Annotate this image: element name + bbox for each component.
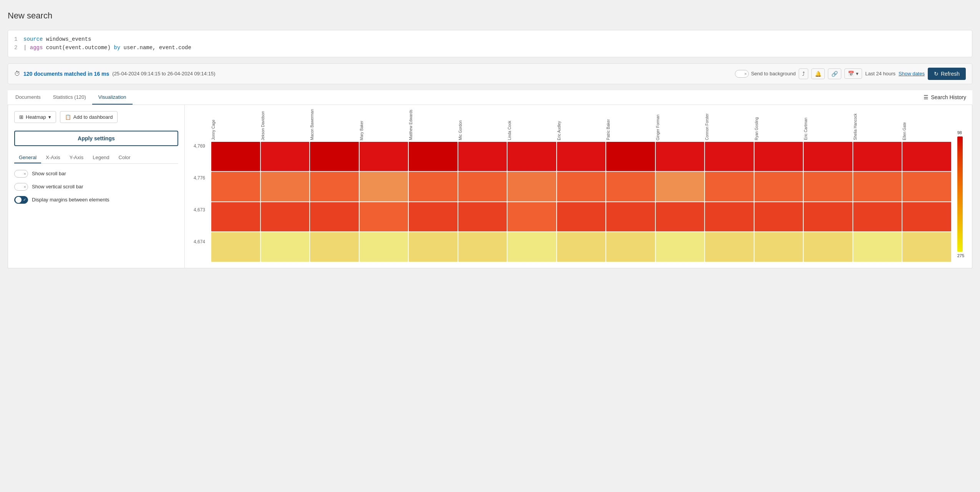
- heatmap-cell[interactable]: [261, 172, 310, 201]
- heatmap-cell[interactable]: [902, 202, 951, 232]
- scroll-bar-setting: Show scroll bar: [14, 170, 178, 178]
- scroll-bar-toggle[interactable]: [14, 170, 28, 178]
- settings-tab-color[interactable]: Color: [114, 152, 135, 163]
- heatmap-cell[interactable]: [360, 172, 408, 201]
- search-history-label: Search History: [931, 94, 966, 100]
- refresh-button[interactable]: ↻ Refresh: [928, 68, 966, 80]
- heatmap-cell[interactable]: [458, 172, 507, 201]
- heatmap-cell[interactable]: [902, 172, 951, 201]
- settings-tab-xaxis[interactable]: X-Axis: [41, 152, 65, 163]
- heatmap-cell[interactable]: [754, 232, 803, 262]
- heatmap-cell[interactable]: [409, 172, 458, 201]
- editor-content-2: | aggs count(event.outcome) by user.name…: [23, 43, 191, 52]
- sidebar: ⊞ Heatmap ▾ 📋 Add to dashboard Apply set…: [8, 105, 185, 268]
- heatmap-cell[interactable]: [705, 172, 754, 201]
- heatmap-cell[interactable]: [458, 142, 507, 171]
- heatmap-cell[interactable]: [557, 172, 606, 201]
- heatmap-cell[interactable]: [409, 202, 458, 232]
- heatmap-cell[interactable]: [754, 172, 803, 201]
- display-margins-toggle[interactable]: [14, 196, 28, 204]
- heatmap-cell[interactable]: [507, 142, 556, 171]
- vertical-scroll-bar-toggle[interactable]: [14, 183, 28, 191]
- share-icon: ⤴: [802, 71, 805, 77]
- heatmap-cell[interactable]: [606, 232, 655, 262]
- calendar-icon: 📅: [848, 71, 854, 76]
- heatmap-row: [211, 232, 951, 262]
- heatmap-cell[interactable]: [656, 172, 705, 201]
- heatmap-cell[interactable]: [705, 202, 754, 232]
- tab-statistics[interactable]: Statistics (120): [47, 90, 92, 105]
- alert-button[interactable]: 🔔: [811, 68, 825, 79]
- column-header: Linda Cook: [507, 121, 556, 140]
- match-info: ⏱ 120 documents matched in 16 ms (25-04-…: [14, 70, 730, 77]
- heatmap-cell[interactable]: [804, 142, 852, 171]
- heatmap-cell[interactable]: [261, 202, 310, 232]
- heatmap-cell[interactable]: [211, 232, 260, 262]
- settings-tab-yaxis[interactable]: Y-Axis: [65, 152, 88, 163]
- heatmap-cell[interactable]: [804, 172, 852, 201]
- heatmap-cell[interactable]: [360, 232, 408, 262]
- send-to-background-group: Send to background: [735, 70, 796, 78]
- heatmap-cell[interactable]: [360, 142, 408, 171]
- vertical-scroll-bar-setting: Show vertical scroll bar: [14, 183, 178, 191]
- heatmap-cell[interactable]: [606, 172, 655, 201]
- heatmap-cell[interactable]: [211, 172, 260, 201]
- heatmap-cell[interactable]: [310, 232, 359, 262]
- heatmap-cell[interactable]: [902, 142, 951, 171]
- settings-tab-legend[interactable]: Legend: [88, 152, 114, 163]
- add-to-dashboard-button[interactable]: 📋 Add to dashboard: [60, 111, 118, 123]
- heatmap-cell[interactable]: [656, 202, 705, 232]
- heatmap-cell[interactable]: [804, 202, 852, 232]
- tab-visualization[interactable]: Visualization: [92, 90, 133, 105]
- heatmap-cell[interactable]: [853, 172, 902, 201]
- heatmap-cell[interactable]: [656, 142, 705, 171]
- send-to-background-toggle[interactable]: [735, 70, 749, 78]
- heatmap-cell[interactable]: [853, 232, 902, 262]
- heatmap-cell[interactable]: [853, 202, 902, 232]
- heatmap-cell[interactable]: [754, 142, 803, 171]
- apply-settings-button[interactable]: Apply settings: [14, 131, 178, 146]
- heatmap-cell[interactable]: [606, 142, 655, 171]
- heatmap-cell[interactable]: [507, 202, 556, 232]
- heatmap-cell[interactable]: [261, 142, 310, 171]
- heatmap-cell[interactable]: [557, 202, 606, 232]
- heatmap-grid: [211, 142, 951, 262]
- heatmap-cell[interactable]: [458, 232, 507, 262]
- link-button[interactable]: 🔗: [828, 68, 841, 79]
- heatmap-cell[interactable]: [902, 232, 951, 262]
- column-header: Ryan Gosling: [754, 117, 803, 140]
- heatmap-cell[interactable]: [507, 172, 556, 201]
- share-button[interactable]: ⤴: [799, 68, 808, 79]
- tab-documents[interactable]: Documents: [9, 90, 47, 105]
- heatmap-cell[interactable]: [557, 142, 606, 171]
- heatmap-button[interactable]: ⊞ Heatmap ▾: [14, 111, 56, 123]
- heatmap-cell[interactable]: [557, 232, 606, 262]
- heatmap-cell[interactable]: [458, 202, 507, 232]
- heatmap-cell[interactable]: [606, 202, 655, 232]
- heatmap-cell[interactable]: [804, 232, 852, 262]
- send-to-background-label: Send to background: [751, 71, 796, 76]
- heatmap-cell[interactable]: [705, 232, 754, 262]
- heatmap-cell[interactable]: [754, 202, 803, 232]
- heatmap-cell[interactable]: [853, 142, 902, 171]
- refresh-label: Refresh: [941, 71, 960, 77]
- heatmap-cell[interactable]: [360, 202, 408, 232]
- search-history-button[interactable]: ☰ Search History: [919, 91, 971, 103]
- toolbar: ⏱ 120 documents matched in 16 ms (25-04-…: [8, 63, 972, 84]
- heatmap-cell[interactable]: [211, 142, 260, 171]
- heatmap-cell[interactable]: [705, 142, 754, 171]
- show-dates-button[interactable]: Show dates: [899, 71, 925, 76]
- heatmap-cell[interactable]: [409, 232, 458, 262]
- heatmap-cell[interactable]: [310, 202, 359, 232]
- calendar-button[interactable]: 📅 ▾: [844, 68, 862, 79]
- settings-tab-general[interactable]: General: [14, 152, 41, 163]
- heatmap-cell[interactable]: [261, 232, 310, 262]
- heatmap-cell[interactable]: [656, 232, 705, 262]
- y-axis-label: 4,673: [194, 207, 205, 213]
- heatmap-cell[interactable]: [211, 202, 260, 232]
- search-editor[interactable]: 1 source windows_events 2 | aggs count(e…: [8, 30, 972, 57]
- heatmap-cell[interactable]: [507, 232, 556, 262]
- heatmap-cell[interactable]: [409, 142, 458, 171]
- heatmap-cell[interactable]: [310, 172, 359, 201]
- heatmap-cell[interactable]: [310, 142, 359, 171]
